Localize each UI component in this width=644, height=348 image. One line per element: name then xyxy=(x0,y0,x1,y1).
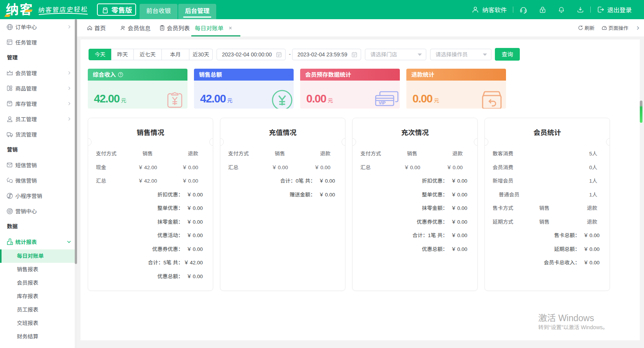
svg-text:VIP: VIP xyxy=(379,101,386,105)
